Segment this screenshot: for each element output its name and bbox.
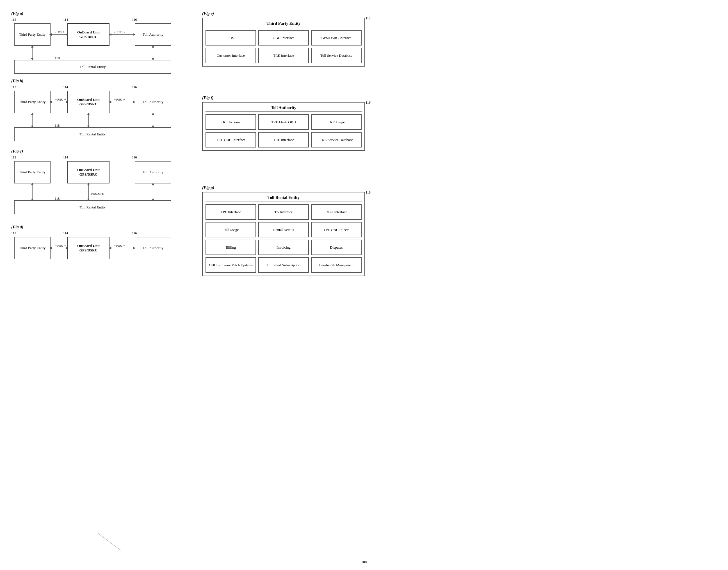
svg-text:←RSU→: ←RSU→ (55, 30, 67, 34)
fig-e-outer: Third Party Entity POS OBU Interface GPS… (202, 18, 365, 67)
fig-f-tre-obu-interface: TRE OBU Interface (205, 132, 256, 148)
fig-f-tre-interface: TRE Interface (258, 132, 309, 148)
fig-g-diagram: 118 Toll Rental Entity TPE Interface TA … (202, 192, 365, 276)
fig-f-label: (Fig f) (202, 95, 365, 100)
fig-g-billing: Billing (205, 240, 256, 255)
fig-a-diagram: 112 114 116 Third Party Entity OnBoard U… (11, 18, 180, 77)
fig-g-ta-interface: TA Interface (258, 204, 309, 220)
svg-text:118: 118 (55, 123, 60, 127)
fig-g-container: (Fig g) 118 Toll Rental Entity TPE Inter… (202, 186, 365, 276)
fig-b-diagram: 112 114 116 Third Party Entity OnBoard U… (11, 85, 180, 144)
fig-d-diagram: 112 114 116 Third Party Entity OnBoard U… (11, 231, 180, 276)
fig-f-container: (Fig f) 116 Toll Authority TRE Account T… (202, 95, 365, 151)
ref-118-g: 118 (366, 191, 371, 195)
fig-d-container: (Fig d) 112 114 116 Third Party Entity O… (11, 225, 180, 276)
fig-g-outer: Toll Rental Entity TPE Interface TA Inte… (202, 192, 365, 276)
fig-g-invoicing: Invoicing (258, 240, 309, 255)
svg-text:←RSU→: ←RSU→ (54, 98, 66, 101)
fig-e-title: Third Party Entity (205, 21, 361, 27)
fig-a-container: (Fig a) 112 114 116 Third Party Entity O… (11, 11, 180, 77)
fig-g-bandwidth: Bandwidth Managment (311, 257, 361, 273)
fig-g-obu-interface: OBU Interface (311, 204, 361, 220)
fig-f-diagram: 116 Toll Authority TRE Account TRE Fleet… (202, 102, 365, 151)
fig-b-label: (Fig b) (11, 79, 180, 83)
page: (Fig a) 112 114 116 Third Party Entity O… (0, 0, 728, 570)
fig-f-tre-usage: TRE Usage (311, 114, 361, 130)
svg-text:←RSU→: ←RSU→ (113, 244, 125, 247)
fig-g-toll-usage: Toll Usage (205, 222, 256, 237)
fig-c-arrows: 118 RSU/GPS (11, 156, 180, 217)
fig-c-diagram: 112 114 116 Third Party Entity OnBoard U… (11, 156, 180, 217)
fig-g-grid: TPE Interface TA Interface OBU Interface… (205, 204, 361, 273)
fig-f-tre-fleet-obu: TRE Fleet/ OBU (258, 114, 309, 130)
ref-112-e: 112 (366, 16, 371, 20)
fig-a-label: (Fig a) (11, 11, 180, 16)
fig-e-container: (Fig e) 112 Third Party Entity POS OBU I… (202, 11, 365, 67)
fig-e-label: (Fig e) (202, 11, 365, 16)
fig-b-arrows: ←RSU→ ←RSU→ 118 (11, 85, 180, 144)
fig-f-outer: Toll Authority TRE Account TRE Fleet/ OB… (202, 102, 365, 151)
fig-d-arrows: ←RSU→ ←RSU→ (11, 231, 180, 276)
svg-text:←RSU→: ←RSU→ (113, 98, 125, 101)
svg-text:←RSU→: ←RSU→ (54, 244, 66, 247)
ref-116-f: 116 (366, 100, 371, 105)
fig-b-container: (Fig b) 112 114 116 Third Party Entity O… (11, 79, 180, 144)
fig-g-toll-road-sub: Toll Road Subscription (258, 257, 309, 273)
svg-text:118: 118 (55, 197, 60, 201)
fig-f-tre-account: TRE Account (205, 114, 256, 130)
fig-e-customer-interface: Customer Interface (205, 48, 256, 63)
fig-f-tre-service-db: TRE Service Database (311, 132, 361, 148)
svg-text:RSU/GPS: RSU/GPS (91, 192, 104, 195)
fig-g-disputes: Disputes (311, 240, 361, 255)
fig-e-grid: POS OBU Interface GPS/DSRC Interace Cust… (205, 30, 361, 63)
fig-g-rental-details: Rental Details (258, 222, 309, 237)
fig-f-grid: TRE Account TRE Fleet/ OBU TRE Usage TRE… (205, 114, 361, 148)
fig-g-title: Toll Rental Entity (205, 195, 361, 202)
fig-g-label: (Fig g) (202, 186, 365, 190)
fig-a-arrows: ←RSU→ ←RSU→ 118 (11, 18, 180, 77)
fig-d-label: (Fig d) (11, 225, 180, 230)
fig-e-obu-interface: OBU Interface (258, 30, 309, 45)
fig-e-tre-interface: TRE Interface (258, 48, 309, 63)
fig-g-tpe-interface: TPE Interface (205, 204, 256, 220)
diagonal-line (84, 531, 140, 553)
fig-g-tpe-obu-fleets: TPE OBU/ Fleets (311, 222, 361, 237)
svg-text:←RSU→: ←RSU→ (113, 30, 125, 34)
fig-e-pos: POS (205, 30, 256, 45)
fig-g-obu-software: OBU Software Patch Updates (205, 257, 256, 273)
fig-f-title: Toll Authority (205, 105, 361, 111)
fig-c-label: (Fig c) (11, 149, 180, 154)
fig-c-container: (Fig c) 112 114 116 Third Party Entity O… (11, 149, 180, 217)
fig-e-diagram: 112 Third Party Entity POS OBU Interface… (202, 18, 365, 67)
svg-text:118: 118 (55, 56, 60, 60)
page-number: 100 (361, 560, 367, 564)
fig-e-gps-dsrc: GPS/DSRC Interace (311, 30, 361, 45)
fig-e-toll-service-db: Toll Service Database (311, 48, 361, 63)
svg-line-24 (98, 534, 121, 550)
